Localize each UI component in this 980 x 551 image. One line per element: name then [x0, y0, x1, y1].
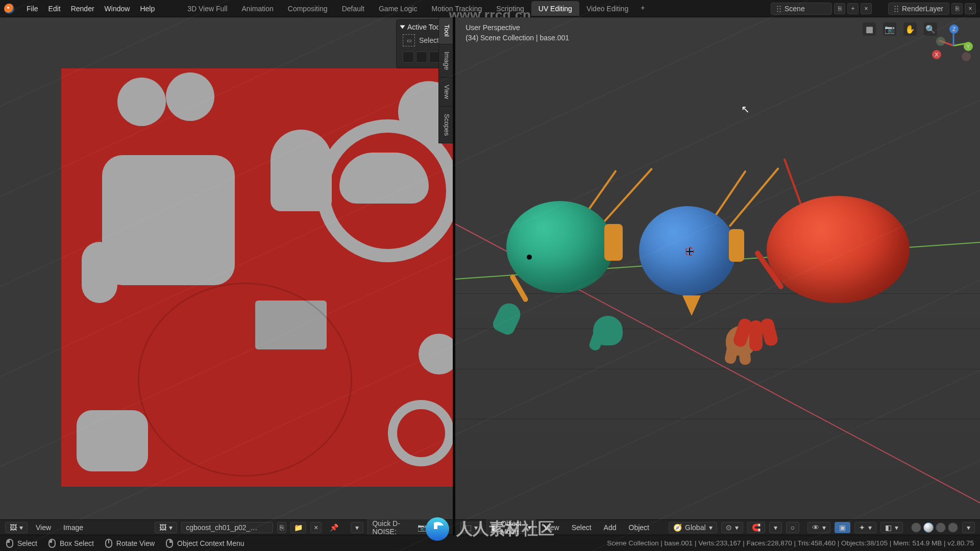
orientation-icon: 🧭 — [673, 523, 682, 532]
proportional-icon: ○ — [791, 523, 795, 532]
shade-wire[interactable] — [911, 522, 921, 533]
image-users-btn[interactable]: ⎘ — [277, 522, 286, 533]
overlay-toggle-2[interactable]: ◧▾ — [880, 522, 903, 533]
image-icon: 🖼 — [159, 523, 166, 532]
uv-sync-vertex[interactable] — [403, 52, 414, 63]
image-editor-icon: 🖼 — [10, 523, 17, 532]
tab-uv-editing[interactable]: UV Editing — [531, 1, 579, 16]
3d-menu-view[interactable]: View — [540, 522, 564, 533]
viewport-header-tools: ▦ 📷 ✋ 🔍 — [863, 22, 937, 36]
layer-del-button[interactable]: × — [965, 3, 976, 14]
renderlayer-field[interactable]: RenderLayer — [888, 3, 949, 15]
robot-blue — [639, 206, 736, 295]
xray-toggle[interactable]: ▣ — [835, 522, 850, 533]
3d-menu-select[interactable]: Select — [568, 522, 596, 533]
mouse-right-icon — [166, 539, 173, 548]
uv-canvas[interactable]: ✋ 🔍 Active Tool ▭ Select Box Tool — [0, 17, 453, 519]
mode-dropdown[interactable]: ◧Object Mode▾ — [486, 518, 535, 537]
shade-lookdev[interactable] — [936, 522, 946, 533]
image-open-btn[interactable]: 📁 — [290, 522, 306, 533]
sidetab-scopes[interactable]: Scopes — [438, 107, 453, 143]
vp-layers-icon[interactable]: ▦ — [863, 22, 876, 36]
scene-copy-button[interactable]: ⎘ — [834, 3, 845, 14]
vp-camera-icon[interactable]: 📷 — [883, 22, 896, 36]
tab-default[interactable]: Default — [335, 1, 372, 16]
grip-icon — [894, 5, 899, 12]
chevron-down-icon: ▾ — [528, 523, 531, 532]
tab-scripting[interactable]: Scripting — [489, 1, 531, 16]
3d-viewport[interactable]: User Perspective (34) Scene Collection |… — [455, 17, 980, 519]
editor-type-3d-dropdown[interactable]: ⬚▾ — [460, 522, 482, 533]
shade-solid[interactable] — [923, 522, 934, 533]
sidetab-tool[interactable]: Tool — [438, 17, 453, 44]
uv-sync-edge[interactable] — [416, 52, 427, 63]
image-name-field[interactable]: cgboost_ch01_p02_… — [181, 522, 273, 533]
tab-game-logic[interactable]: Game Logic — [372, 1, 424, 16]
uv-editor-header: 🖼▾ View Image 🖼▾ cgboost_ch01_p02_… ⎘ 📁 … — [0, 519, 453, 535]
uv-menu-view[interactable]: View — [32, 522, 55, 533]
menu-edit[interactable]: Edit — [43, 3, 66, 15]
shade-rendered[interactable] — [948, 522, 958, 533]
scene-del-button[interactable]: × — [861, 3, 872, 14]
menu-render[interactable]: Render — [66, 3, 100, 15]
shading-modes — [911, 522, 958, 533]
chevron-down-icon: ▾ — [774, 523, 777, 532]
pivot-dropdown[interactable]: ⊙▾ — [721, 522, 743, 533]
3d-viewport-pane: User Perspective (34) Scene Collection |… — [455, 17, 980, 535]
3d-menu-add[interactable]: Add — [600, 522, 621, 533]
sidetab-view[interactable]: View — [438, 78, 453, 107]
tab-motion-tracking[interactable]: Motion Tracking — [424, 1, 489, 16]
image-browse-dropdown[interactable]: 🖼▾ — [155, 522, 177, 533]
chevron-down-icon: ▾ — [895, 523, 898, 532]
uv-side-tabs: Tool Image View Scopes — [438, 17, 453, 143]
uv-display-dropdown[interactable]: ▾ — [351, 522, 363, 533]
shading-options-dropdown[interactable]: ▾ — [962, 522, 975, 533]
add-workspace-button[interactable]: + — [635, 1, 650, 16]
main-split: ✋ 🔍 Active Tool ▭ Select Box Tool — [0, 17, 980, 535]
disclose-icon[interactable] — [400, 26, 405, 29]
uv-image — [61, 68, 453, 487]
tab-animation[interactable]: Animation — [235, 1, 281, 16]
menu-help[interactable]: Help — [135, 3, 160, 15]
tab-3d-view-full[interactable]: 3D View Full — [180, 1, 234, 16]
nav-gizmo[interactable]: X Y Z — [935, 27, 972, 63]
grip-icon — [776, 5, 781, 12]
gizmo-toggle[interactable]: ✦▾ — [854, 522, 876, 533]
gizmo-z[interactable]: Z — [949, 24, 959, 34]
folder-icon: 📁 — [294, 523, 303, 532]
gizmo-y[interactable]: Y — [964, 42, 973, 51]
viewport-info: User Perspective (34) Scene Collection |… — [465, 22, 569, 43]
3d-menu-object[interactable]: Object — [625, 522, 653, 533]
scene-field[interactable]: Scene — [771, 3, 832, 15]
menu-file[interactable]: File — [21, 3, 43, 15]
image-pin-btn[interactable]: 📌 — [326, 522, 342, 533]
sidetab-image[interactable]: Image — [438, 44, 453, 78]
orientation-label: Global — [685, 523, 705, 532]
mouse-middle-icon — [105, 539, 112, 548]
robot-red — [767, 196, 910, 303]
camera-icon: 📷 — [418, 523, 426, 532]
tab-compositing[interactable]: Compositing — [281, 1, 335, 16]
vp-pan-hand-icon[interactable]: ✋ — [903, 22, 917, 36]
scene-new-button[interactable]: ＋ — [847, 3, 859, 14]
editor-type-dropdown[interactable]: 🖼▾ — [5, 522, 28, 533]
overlays-dropdown[interactable]: 👁▾ — [807, 522, 830, 533]
layer-copy-button[interactable]: ⎘ — [951, 3, 963, 14]
menu-window[interactable]: Window — [100, 3, 135, 15]
gizmo-x[interactable]: X — [932, 50, 941, 59]
orientation-dropdown[interactable]: 🧭Global▾ — [669, 522, 717, 533]
app-logo-icon — [4, 4, 14, 14]
snap-toggle[interactable]: 🧲 — [747, 522, 765, 533]
select-box-icon: ▭ — [403, 34, 415, 46]
chevron-down-icon: ▾ — [967, 523, 970, 532]
snap-target-dropdown[interactable]: ▾ — [769, 522, 782, 533]
proportional-edit-toggle[interactable]: ○ — [786, 522, 799, 533]
uv-menu-image[interactable]: Image — [59, 522, 87, 533]
tab-video-editing[interactable]: Video Editing — [579, 1, 635, 16]
scene-selector-group: Scene ⎘ ＋ × RenderLayer ⎘ × — [771, 3, 976, 15]
uv-image-editor: ✋ 🔍 Active Tool ▭ Select Box Tool — [0, 17, 453, 535]
image-unlink-btn[interactable]: × — [310, 522, 322, 533]
mouse-left-icon — [6, 539, 13, 548]
dnoise-toggle[interactable]: Quick D-NOISE:📷 — [368, 518, 430, 537]
dnoise-settings[interactable]: ☐ — [435, 522, 448, 533]
